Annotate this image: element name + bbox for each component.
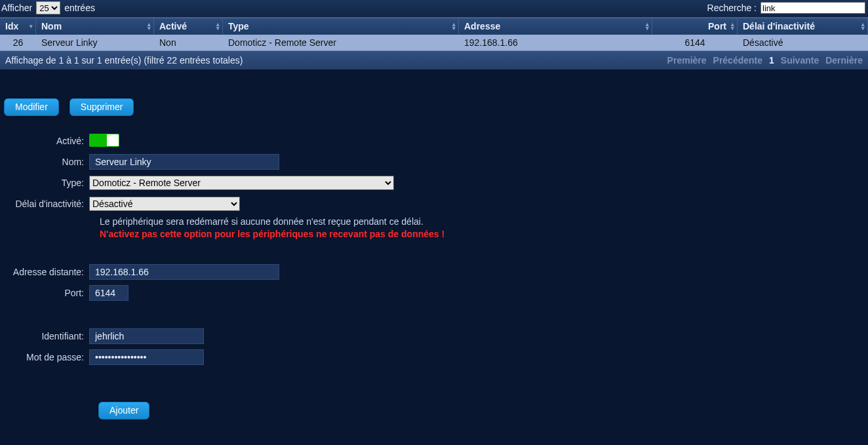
label-delay: Délai d'inactivité: [0, 199, 89, 209]
delay-warning: N'activez pas cette option pour les péri… [100, 228, 868, 241]
show-entries-postlabel: entrées [64, 3, 95, 13]
page-last[interactable]: Dernière [825, 55, 863, 66]
modify-button[interactable]: Modifier [4, 98, 59, 116]
cell-nom: Serveur Linky [36, 35, 154, 50]
sort-icon [731, 22, 734, 30]
sort-icon [452, 22, 456, 30]
delay-select[interactable]: Désactivé [89, 197, 240, 211]
table-info: Affichage de 1 à 1 sur 1 entrée(s) (filt… [5, 55, 243, 66]
page-next[interactable]: Suivante [781, 55, 819, 66]
entries-select[interactable]: 25 [36, 1, 60, 14]
remote-input[interactable] [89, 264, 279, 280]
delay-info: Le périphérique sera redémarré si aucune… [100, 216, 868, 228]
sort-icon [861, 22, 865, 30]
col-delay-label: Délai d'inactivité [743, 21, 815, 31]
page-first[interactable]: Première [667, 55, 707, 66]
type-select[interactable]: Domoticz - Remote Server [89, 176, 394, 190]
col-port-label: Port [708, 21, 726, 31]
label-nom: Nom: [0, 157, 89, 167]
col-addr-label: Adresse [464, 21, 500, 31]
table-footer: Affichage de 1 à 1 sur 1 entrée(s) (filt… [0, 51, 868, 69]
active-toggle[interactable] [89, 134, 119, 147]
sort-icon [148, 22, 151, 30]
cell-port: 6144 [652, 35, 738, 50]
col-type[interactable]: Type [223, 18, 459, 34]
page-prev[interactable]: Précédente [713, 55, 762, 66]
col-delay[interactable]: Délai d'inactivité [738, 18, 868, 34]
toggle-knob [107, 134, 119, 146]
col-type-label: Type [228, 21, 249, 31]
col-active[interactable]: Activé [154, 18, 223, 34]
search-input[interactable] [760, 2, 865, 14]
col-port[interactable]: Port [652, 18, 738, 34]
port-input[interactable] [89, 285, 128, 301]
col-active-label: Activé [159, 21, 187, 31]
delete-button[interactable]: Supprimer [69, 98, 134, 116]
row-actions: Modifier Supprimer [0, 69, 868, 116]
add-button[interactable]: Ajouter [98, 402, 149, 419]
col-idx[interactable]: Idx [0, 18, 36, 34]
nom-input[interactable] [89, 154, 279, 170]
password-input[interactable] [89, 349, 204, 365]
label-port: Port: [0, 288, 89, 298]
user-input[interactable] [89, 328, 204, 344]
table-row[interactable]: 26 Serveur Linky Non Domoticz - Remote S… [0, 35, 868, 51]
show-entries-prelabel: Afficher [1, 3, 32, 13]
col-nom-label: Nom [41, 21, 62, 31]
page-current[interactable]: 1 [769, 55, 774, 66]
sort-icon [30, 23, 33, 29]
table-header: Idx Nom Activé Type Adresse Port Délai d… [0, 18, 868, 35]
col-nom[interactable]: Nom [36, 18, 154, 34]
cell-delay: Désactivé [738, 35, 868, 50]
label-active: Activé: [0, 136, 89, 146]
cell-type: Domoticz - Remote Server [223, 35, 459, 50]
cell-idx: 26 [0, 35, 36, 50]
table-controls: Afficher 25 entrées Recherche : [0, 0, 868, 18]
sort-icon [646, 22, 649, 30]
label-user: Identifiant: [0, 331, 89, 341]
col-addr[interactable]: Adresse [459, 18, 652, 34]
label-remote: Adresse distante: [0, 267, 89, 277]
label-pass: Mot de passe: [0, 352, 89, 362]
label-type: Type: [0, 178, 89, 188]
cell-active: Non [154, 35, 223, 50]
edit-form: Activé: Nom: Type: Domoticz - Remote Ser… [0, 116, 868, 419]
col-idx-label: Idx [5, 21, 18, 31]
search-label: Recherche : [707, 3, 757, 13]
sort-icon [216, 22, 220, 30]
cell-addr: 192.168.1.66 [459, 35, 652, 50]
pagination: Première Précédente 1 Suivante Dernière [667, 55, 863, 66]
